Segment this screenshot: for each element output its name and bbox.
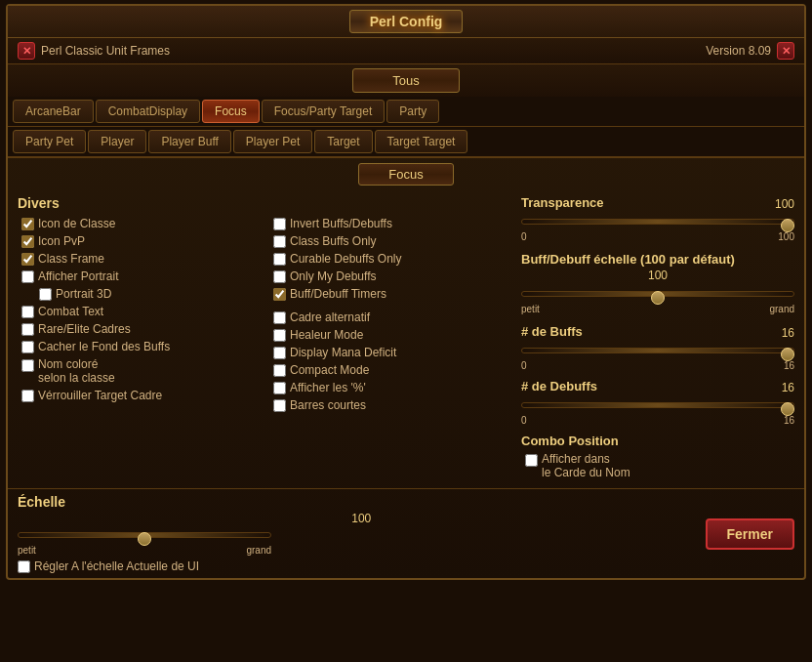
only-my-debuffs-label: Only My Debuffs [290,269,376,283]
checkbox-compact-mode: Compact Mode [269,363,511,377]
scale-min: petit [18,545,36,556]
nom-colore-checkbox[interactable] [21,359,34,372]
trans-min-label: 0 [521,231,527,242]
barres-courtes-label: Barres courtes [290,398,366,412]
fermer-button[interactable]: Fermer [706,518,794,550]
tab-partypet[interactable]: Party Pet [13,130,86,153]
combo-checkbox[interactable] [525,454,538,467]
main-content: Divers Icon de Classe Icon PvP Class Fra… [8,190,804,488]
de-buffs-slider-container [521,341,794,360]
checkbox-invert-buffs: Invert Buffs/Debuffs [269,217,511,230]
transparency-slider[interactable] [521,212,794,231]
right-section: Transparence 100 0 100 Buff/Debuff échel… [521,195,794,483]
portrait-3d-label: Portrait 3D [56,287,111,301]
checkbox-cadre-alternatif: Cadre alternatif [269,310,511,324]
reset-row: Régler A l'échelle Actuelle de UI [18,559,706,573]
checkbox-class-buffs-only: Class Buffs Only [269,234,511,248]
scale-label: Échelle [18,494,706,510]
curable-debuffs-checkbox[interactable] [273,253,286,266]
invert-buffs-checkbox[interactable] [273,218,286,230]
combo-checkbox-row: Afficher dansle Carde du Nom [521,452,794,479]
tab-focuspartytarget[interactable]: Focus/Party Target [262,100,386,123]
cacher-fond-checkbox[interactable] [21,341,34,353]
icon-classe-checkbox[interactable] [21,218,34,230]
second-tabs: Party Pet Player Player Buff Player Pet … [8,127,804,158]
de-buffs-labels: 0 16 [521,360,794,371]
title-bar: Perl Config [8,6,804,38]
checkbox-verrouiller: Vérrouiller Target Cadre [18,389,260,402]
icon-pvp-label: Icon PvP [38,234,85,248]
section-title: Focus [358,163,453,186]
cadre-alternatif-checkbox[interactable] [273,311,286,324]
rare-elite-label: Rare/Elite Cadres [38,322,131,336]
buff-scale-slider[interactable] [521,284,794,304]
compact-mode-checkbox[interactable] [273,364,286,377]
divers-header: Divers [18,195,260,211]
tab-targettarget[interactable]: Target Target [375,130,468,153]
scale-slider[interactable] [18,525,271,545]
transparency-slider-container [521,212,794,231]
curable-debuffs-label: Curable Debuffs Only [290,252,402,266]
buff-debuff-timers-checkbox[interactable] [273,288,286,301]
de-debuffs-labels: 0 16 [521,415,794,426]
only-my-debuffs-checkbox[interactable] [273,270,286,283]
checkbox-curable-debuffs: Curable Debuffs Only [269,252,511,266]
tab-player[interactable]: Player [88,130,146,153]
afficher-percent-label: Afficher les '%' [290,381,366,394]
icon-pvp-checkbox[interactable] [21,235,34,248]
checkbox-rare-elite: Rare/Elite Cadres [18,322,260,336]
main-window: Perl Config ✕ Perl Classic Unit Frames V… [6,4,806,580]
healeur-mode-label: Healeur Mode [290,328,363,342]
verrouiller-checkbox[interactable] [21,390,34,402]
portrait-3d-checkbox[interactable] [39,288,52,301]
combat-text-checkbox[interactable] [21,306,34,318]
trans-max-label: 100 [778,231,794,242]
tab-arcanebar[interactable]: ArcaneBar [13,100,94,123]
checkbox-icon-classe: Icon de Classe [18,217,260,230]
tab-playerpet[interactable]: Player Pet [233,130,312,153]
checkbox-portrait-3d: Portrait 3D [18,287,260,301]
de-buffs-value: 16 [782,326,794,340]
class-frame-checkbox[interactable] [21,253,34,266]
compact-mode-label: Compact Mode [290,363,369,377]
addon-name: Perl Classic Unit Frames [41,44,170,58]
barres-courtes-checkbox[interactable] [273,399,286,412]
tab-focus[interactable]: Focus [202,100,260,123]
tab-playerbuff[interactable]: Player Buff [148,130,230,153]
nom-colore-label: Nom coloréselon la classe [38,357,115,385]
tab-target[interactable]: Target [314,130,372,153]
de-debuffs-max: 16 [784,415,794,426]
buff-scale-slider-container [521,284,794,304]
display-mana-checkbox[interactable] [273,347,286,359]
buff-scale-labels: petit grand [521,304,794,314]
close-right-button[interactable]: ✕ [777,42,794,60]
checkbox-barres-courtes: Barres courtes [269,398,511,412]
display-mana-label: Display Mana Deficit [290,346,396,359]
top-tabs: ArcaneBar CombatDisplay Focus Focus/Part… [8,97,804,127]
de-buffs-max: 16 [784,360,794,371]
rare-elite-checkbox[interactable] [21,323,34,336]
reset-checkbox[interactable] [18,560,30,573]
bottom-section: Échelle 100 petit grand Régler A l'échel… [8,488,804,578]
tab-combatdisplay[interactable]: CombatDisplay [96,100,200,123]
de-debuffs-slider[interactable] [521,395,794,415]
de-debuffs-slider-container [521,395,794,415]
class-buffs-only-label: Class Buffs Only [290,234,376,248]
scale-section: Échelle 100 petit grand Régler A l'échel… [18,494,706,573]
cacher-fond-label: Cacher le Fond des Buffs [38,340,170,353]
tous-bar: Tous [8,64,804,97]
afficher-portrait-label: Afficher Portrait [38,269,118,283]
close-left-button[interactable]: ✕ [18,42,35,60]
checkbox-display-mana: Display Mana Deficit [269,346,511,359]
de-buffs-slider[interactable] [521,341,794,360]
transparency-value: 100 [775,197,794,211]
tous-button[interactable]: Tous [352,68,459,93]
transparency-label: Transparence [521,195,604,210]
scale-max: grand [246,545,271,556]
healeur-mode-checkbox[interactable] [273,329,286,342]
tab-party[interactable]: Party [386,100,439,123]
afficher-portrait-checkbox[interactable] [21,270,34,283]
transparency-section: Transparence 100 0 100 [521,195,794,242]
class-buffs-only-checkbox[interactable] [273,235,286,248]
afficher-percent-checkbox[interactable] [273,382,286,394]
